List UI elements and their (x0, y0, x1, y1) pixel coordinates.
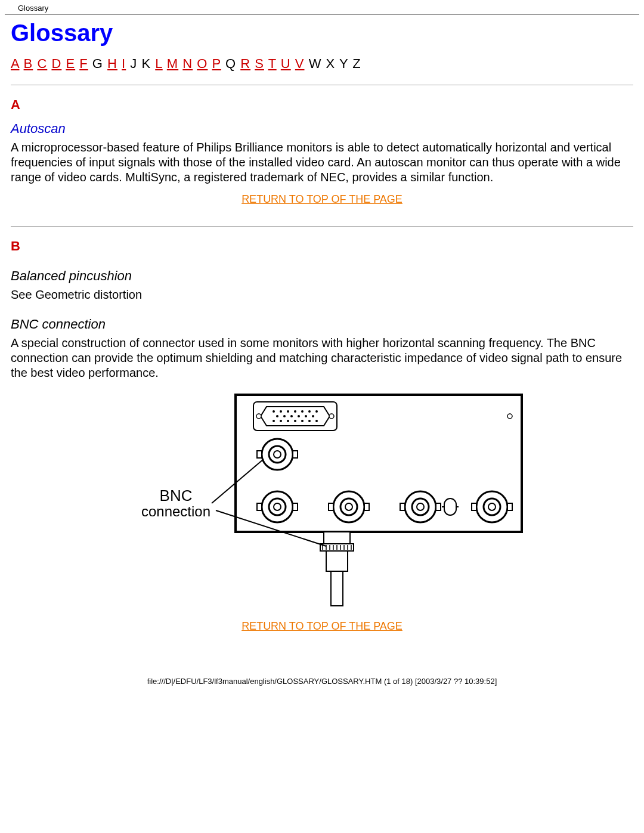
svg-point-10 (276, 415, 278, 417)
svg-point-23 (256, 414, 261, 419)
svg-point-33 (274, 503, 281, 510)
term-autoscan-title: Autoscan (11, 121, 633, 137)
nav-f[interactable]: F (79, 56, 88, 71)
term-bnc-connection-body: A special construction of connector used… (11, 336, 633, 380)
nav-p[interactable]: P (212, 56, 221, 71)
nav-a[interactable]: A (11, 56, 19, 71)
nav-e[interactable]: E (66, 56, 75, 71)
term-bnc-connection-title: BNC connection (11, 317, 633, 332)
svg-rect-44 (400, 503, 405, 510)
diagram-label-1: BNC (160, 487, 193, 504)
svg-rect-53 (507, 503, 512, 510)
nav-b[interactable]: B (24, 56, 33, 71)
nav-c[interactable]: C (37, 56, 47, 71)
term-balanced-pincushion-body: See Geometric distortion (11, 287, 633, 302)
divider (11, 85, 633, 85)
nav-j: J (130, 56, 137, 71)
svg-point-18 (287, 420, 289, 422)
svg-rect-29 (257, 451, 262, 458)
nav-q: Q (225, 56, 236, 71)
nav-k: K (141, 56, 151, 71)
svg-point-28 (274, 451, 281, 458)
nav-w: W (309, 56, 322, 71)
nav-r[interactable]: R (240, 56, 250, 71)
svg-point-16 (273, 420, 275, 422)
svg-point-24 (329, 414, 334, 419)
svg-point-15 (312, 415, 314, 417)
nav-h[interactable]: H (107, 56, 117, 71)
svg-rect-34 (257, 503, 262, 510)
svg-point-9 (315, 410, 318, 413)
page-title: Glossary (11, 20, 633, 47)
svg-rect-46 (444, 498, 456, 515)
svg-point-11 (283, 415, 286, 417)
svg-rect-52 (472, 503, 476, 510)
page-content: Glossary A B C D E F G H I J K L M N O P… (0, 20, 644, 659)
nav-o[interactable]: O (197, 56, 208, 71)
svg-rect-39 (329, 503, 333, 510)
divider (11, 226, 633, 227)
svg-point-7 (301, 410, 304, 413)
svg-point-8 (308, 410, 311, 413)
svg-point-14 (305, 415, 307, 417)
svg-point-38 (345, 503, 352, 510)
svg-point-43 (417, 503, 424, 510)
svg-point-5 (287, 410, 289, 413)
nav-u[interactable]: U (281, 56, 291, 71)
nav-z: Z (352, 56, 361, 71)
svg-rect-35 (293, 503, 298, 510)
svg-point-3 (273, 410, 275, 413)
footer-path: file:///D|/EDFU/LF3/lf3manual/english/GL… (0, 659, 644, 693)
nav-t[interactable]: T (268, 56, 277, 71)
svg-point-17 (280, 420, 282, 422)
return-to-top-link[interactable]: RETURN TO TOP OF THE PAGE (242, 620, 402, 632)
svg-point-4 (280, 410, 282, 413)
svg-point-19 (294, 420, 296, 422)
svg-point-22 (315, 420, 318, 422)
svg-rect-66 (331, 571, 343, 606)
term-autoscan-body: A microprocessor-based feature of Philip… (11, 140, 633, 185)
nav-d[interactable]: D (51, 56, 61, 71)
section-b-heading: B (11, 239, 633, 254)
svg-marker-2 (261, 407, 330, 426)
nav-i[interactable]: I (122, 56, 126, 71)
svg-rect-54 (324, 532, 350, 544)
svg-rect-65 (326, 551, 348, 571)
header-small-title: Glossary (5, 0, 639, 15)
svg-rect-45 (436, 503, 441, 510)
nav-x: X (326, 56, 336, 71)
nav-n[interactable]: N (182, 56, 193, 71)
svg-point-21 (308, 420, 311, 422)
nav-m[interactable]: M (167, 56, 178, 71)
diagram-label-2: connection (141, 503, 210, 519)
nav-y: Y (339, 56, 348, 71)
svg-rect-40 (364, 503, 369, 510)
svg-point-51 (488, 503, 496, 510)
svg-point-6 (294, 410, 296, 413)
bnc-diagram: BNC connection (11, 389, 633, 612)
nav-s[interactable]: S (255, 56, 264, 71)
svg-point-25 (507, 414, 512, 419)
nav-v[interactable]: V (295, 56, 305, 71)
section-a-heading: A (11, 97, 633, 113)
svg-rect-30 (293, 451, 298, 458)
term-balanced-pincushion-title: Balanced pincushion (11, 268, 633, 284)
svg-point-13 (298, 415, 300, 417)
svg-point-20 (301, 420, 304, 422)
return-to-top-link[interactable]: RETURN TO TOP OF THE PAGE (242, 193, 402, 205)
nav-g: G (92, 56, 103, 71)
alphabet-nav: A B C D E F G H I J K L M N O P Q R S T … (11, 56, 633, 72)
nav-l[interactable]: L (155, 56, 162, 71)
svg-point-12 (290, 415, 293, 417)
